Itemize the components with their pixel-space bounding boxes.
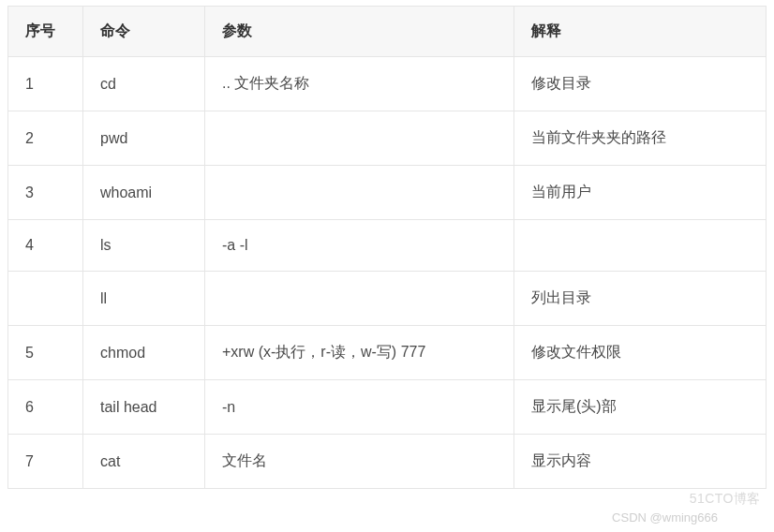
- cell-desc: 显示尾(头)部: [514, 380, 767, 435]
- header-cmd: 命令: [83, 7, 205, 57]
- cell-desc: [514, 220, 767, 272]
- commands-table: 序号 命令 参数 解释 1 cd .. 文件夹名称 修改目录 2 pwd 当前文…: [7, 6, 767, 489]
- header-desc: 解释: [514, 7, 767, 57]
- cell-cmd: chmod: [83, 326, 205, 380]
- cell-num: 6: [8, 380, 83, 435]
- cell-cmd: cat: [83, 435, 205, 489]
- cell-num: 4: [8, 220, 83, 272]
- cell-num: 5: [8, 326, 83, 380]
- cell-param: -a -l: [205, 220, 514, 272]
- table-row: 3 whoami 当前用户: [8, 166, 767, 220]
- cell-param: [205, 166, 514, 220]
- cell-desc: 当前用户: [514, 166, 767, 220]
- cell-num: 2: [8, 111, 83, 166]
- cell-desc: 修改文件权限: [514, 326, 767, 380]
- cell-param: 文件名: [205, 435, 514, 489]
- cell-cmd: tail head: [83, 380, 205, 435]
- table-row: 6 tail head -n 显示尾(头)部: [8, 380, 767, 435]
- table-row: ll 列出目录: [8, 272, 767, 326]
- cell-cmd: ls: [83, 220, 205, 272]
- header-param: 参数: [205, 7, 514, 57]
- cell-param: -n: [205, 380, 514, 435]
- table-row: 1 cd .. 文件夹名称 修改目录: [8, 57, 767, 111]
- table-row: 5 chmod +xrw (x-执行，r-读，w-写) 777 修改文件权限: [8, 326, 767, 380]
- table-row: 2 pwd 当前文件夹夹的路径: [8, 111, 767, 166]
- cell-desc: 当前文件夹夹的路径: [514, 111, 767, 166]
- cell-param: [205, 111, 514, 166]
- cell-num: 1: [8, 57, 83, 111]
- cell-desc: 列出目录: [514, 272, 767, 326]
- cell-num: [8, 272, 83, 326]
- watermark-csdn: CSDN @wming666: [612, 510, 718, 525]
- cell-cmd: pwd: [83, 111, 205, 166]
- table-row: 4 ls -a -l: [8, 220, 767, 272]
- table-row: 7 cat 文件名 显示内容: [8, 435, 767, 489]
- cell-cmd: ll: [83, 272, 205, 326]
- table-header-row: 序号 命令 参数 解释: [8, 7, 767, 57]
- cell-num: 7: [8, 435, 83, 489]
- cell-cmd: cd: [83, 57, 205, 111]
- cell-param: [205, 272, 514, 326]
- cell-desc: 显示内容: [514, 435, 767, 489]
- cell-desc: 修改目录: [514, 57, 767, 111]
- cell-param: .. 文件夹名称: [205, 57, 514, 111]
- cell-num: 3: [8, 166, 83, 220]
- header-num: 序号: [8, 7, 83, 57]
- cell-param: +xrw (x-执行，r-读，w-写) 777: [205, 326, 514, 380]
- cell-cmd: whoami: [83, 166, 205, 220]
